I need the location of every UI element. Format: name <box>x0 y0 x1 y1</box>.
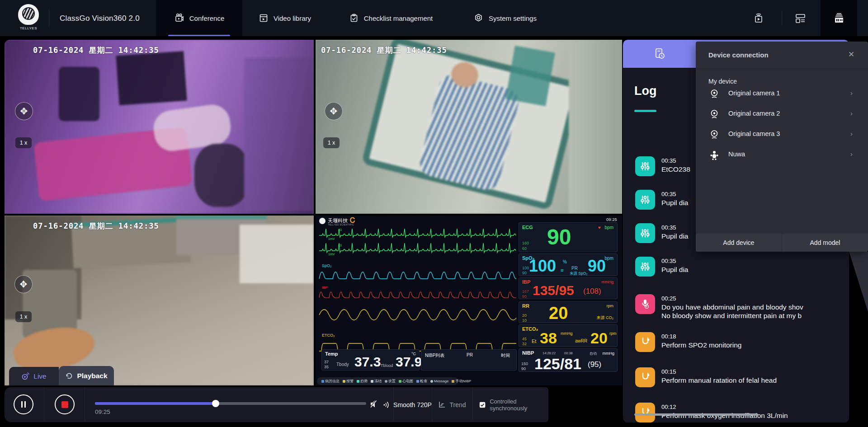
device-row-camera-1[interactable]: Original camera 1 › <box>696 84 868 104</box>
chevron-right-icon: › <box>850 130 853 137</box>
chevron-right-icon: › <box>850 89 853 97</box>
monitor-toolbar[interactable]: 病历信息 报警 趋势 冻结 设置 心电图 检查 Message 手动NIBP <box>317 377 458 385</box>
heart-icon: ♥ <box>598 225 601 230</box>
ibp-wave-label: IBP <box>322 286 328 290</box>
brand-text: TELLYES <box>16 26 41 30</box>
parameter-sliders-icon <box>635 190 655 210</box>
tab-checklist-management[interactable]: Checklist management <box>328 0 454 36</box>
tab-label: Video library <box>274 14 311 22</box>
camera-scene <box>5 216 314 385</box>
progress-fill <box>95 402 216 405</box>
tellyes-logo <box>18 4 39 25</box>
stop-icon <box>61 401 68 408</box>
tab-live-label: Live <box>33 372 46 380</box>
mute-button[interactable] <box>369 399 379 409</box>
camera-timestamp: 07-16-2024 星期二 14:42:35 <box>321 45 447 56</box>
parameter-sliders-icon <box>635 156 655 176</box>
nibp-vital-box[interactable]: NIBP 14:26:22 00:38 自动 mmHg 125/81 (95) … <box>519 348 618 372</box>
log-entry[interactable]: 00:25 Do you have abdominal pain and blo… <box>623 294 849 326</box>
vital-value: 90 <box>547 226 571 248</box>
progress-track[interactable] <box>95 402 366 405</box>
stop-record-button[interactable] <box>55 394 75 414</box>
sync-checkbox[interactable] <box>479 401 486 408</box>
quality-selector[interactable]: Smooth 720P <box>393 387 432 422</box>
live-stream-button[interactable] <box>752 12 765 24</box>
stethoscope-icon <box>635 332 655 352</box>
log-entry[interactable]: 00:15 Perform manual ratation of felal h… <box>623 367 849 396</box>
device-row-nuwa[interactable]: Nuwa › <box>696 145 868 165</box>
device-connection-icon <box>832 11 846 25</box>
log-horizontal-scrollbar[interactable] <box>634 413 758 416</box>
pan-control[interactable]: ✥ <box>15 102 33 120</box>
rr-vital-box[interactable]: RR rpm 20 20 10 来源 CO₂ <box>519 301 618 323</box>
ibp-vital-box[interactable]: IBP mmHg 135/95 (108) 167 90 <box>519 277 618 299</box>
tianyan-logo-icon <box>319 218 326 224</box>
log-entry-time: 00:35 <box>661 157 676 164</box>
log-entry[interactable]: 00:35 Pupil dia <box>623 257 849 286</box>
tab-playback[interactable]: Playback <box>59 366 114 385</box>
sync-control[interactable]: Controlled synchronously <box>479 387 548 422</box>
pan-control[interactable]: ✥ <box>14 275 33 293</box>
zoom-level-badge[interactable]: 1 x <box>15 137 32 148</box>
quality-label: Smooth 720P <box>393 401 432 408</box>
tab-video-library[interactable]: Video library <box>242 0 328 36</box>
sync-label: Controlled synchronously <box>490 398 548 412</box>
settings-icon <box>385 380 387 383</box>
trend-button[interactable]: Trend <box>432 387 472 422</box>
device-panel-tail <box>849 252 868 312</box>
live-stream-icon <box>752 12 765 24</box>
spo2-vital-box[interactable]: SpO₂ bpm 100 % 100 90 ≡ PR 来源 SpO₂ 90 <box>519 253 618 276</box>
patient-monitor-feed[interactable]: 天堰科技 TELLYES SCIENTIFIC Ꮯ 09:25 x1 1mV x… <box>316 216 622 385</box>
tab-label: Conference <box>189 14 225 22</box>
pan-control[interactable]: ✥ <box>325 102 343 120</box>
etco2-vital-box[interactable]: ETCO₂ 45 32 Et 38 mmHg awRR 20 rpm <box>519 324 618 347</box>
nibp-list-box[interactable]: NIBP列表 PR 时间 <box>421 349 517 371</box>
chevron-right-icon: › <box>850 150 853 158</box>
menu-icon: ≡ <box>561 267 564 273</box>
layout-button[interactable] <box>794 12 807 24</box>
log-entry-text-line2: No bloody show and intermittent pain at … <box>661 312 802 320</box>
parameter-sliders-icon <box>635 223 655 243</box>
device-row-camera-3[interactable]: Original camera 3 › <box>696 125 868 145</box>
camera-feed-3[interactable]: 07-16-2024 星期二 14:42:35 ✥ 1 x <box>5 216 314 385</box>
zoom-level-badge[interactable]: 1 x <box>323 137 340 148</box>
tab-live[interactable]: Live <box>9 367 59 385</box>
tab-system-settings[interactable]: System settings <box>454 0 556 36</box>
ecg-scale-label: 1mV <box>328 237 335 240</box>
device-connection-button[interactable] <box>821 0 857 36</box>
trend-label: Trend <box>449 401 466 408</box>
live-icon <box>21 372 30 380</box>
add-model-button[interactable]: Add model <box>782 234 868 252</box>
zoom-level-badge[interactable]: 1 x <box>15 311 32 322</box>
parameter-sliders-icon <box>635 257 655 277</box>
volume-button[interactable] <box>382 400 391 408</box>
progress-thumb[interactable] <box>212 400 219 407</box>
ecg-vital-box[interactable]: ECG ♥ bpm 90 160 60 <box>519 222 618 252</box>
camera-feed-2[interactable]: 07-16-2024 星期二 14:42:35 ✥ 1 x <box>316 40 622 214</box>
webcam-icon <box>709 129 720 140</box>
temp-vital-box[interactable]: Temp °C 37 35 Tbody 37.3 Tblood 37.9 <box>321 349 420 371</box>
pause-button[interactable] <box>14 394 33 414</box>
checklist-icon <box>349 14 359 23</box>
device-row-camera-2[interactable]: Original camera 2 › <box>696 104 868 125</box>
log-entry-text: EtCO238 <box>661 165 690 174</box>
manikin-icon <box>709 150 720 160</box>
patient-info-icon <box>321 380 324 383</box>
log-entry[interactable]: 00:18 Perform SPO2 monitoring <box>623 332 849 361</box>
conference-camera-icon <box>174 13 184 23</box>
settings-gear-icon <box>474 14 483 23</box>
tab-label: System settings <box>489 14 537 22</box>
trend-icon <box>357 380 359 383</box>
camera-feed-1[interactable]: 07-16-2024 星期二 14:42:35 ✥ 1 x <box>5 40 314 214</box>
log-entry[interactable]: 00:12 Perform mask oxygen insufflation 3… <box>623 403 849 422</box>
add-device-button[interactable]: Add device <box>696 234 782 252</box>
tab-conference[interactable]: Conference <box>156 0 242 36</box>
flame-logo-icon: Ꮯ <box>350 216 355 225</box>
svg-text:x1: x1 <box>338 243 342 247</box>
log-document-icon <box>653 47 666 60</box>
player-bar: 09:25 Smooth 720P Trend Controlled synch… <box>5 387 548 422</box>
log-title-underline <box>634 110 656 112</box>
app-title: ClassGo Vision360 2.0 <box>60 14 140 23</box>
ecg-gain-label: x1 <box>338 228 342 232</box>
close-icon[interactable]: ✕ <box>848 50 854 59</box>
